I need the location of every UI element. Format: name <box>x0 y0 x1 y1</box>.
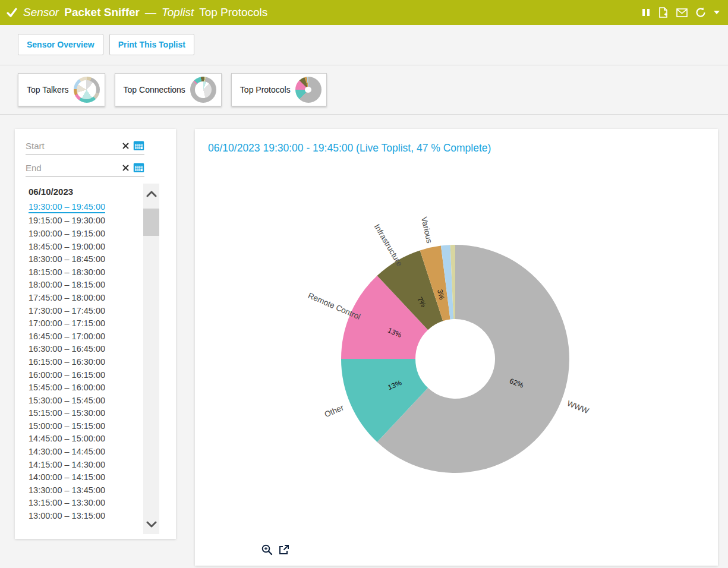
time-range-item[interactable]: 16:00:00 – 16:15:00 <box>29 368 105 381</box>
time-range-item[interactable]: 16:45:00 – 17:00:00 <box>29 330 105 343</box>
sensor-overview-button[interactable]: Sensor Overview <box>18 34 103 55</box>
breadcrumb: Sensor Packet Sniffer — Toplist Top Prot… <box>6 6 267 19</box>
time-range-item[interactable]: 13:15:00 – 13:30:00 <box>29 497 105 510</box>
print-toplist-button[interactable]: Print This Toplist <box>109 34 194 55</box>
time-range-item[interactable]: 16:15:00 – 16:30:00 <box>29 355 105 368</box>
time-range-item[interactable]: 17:30:00 – 17:45:00 <box>29 304 105 317</box>
scrollbar-thumb[interactable] <box>143 209 159 236</box>
tab-top-talkers[interactable]: Top Talkers <box>18 73 105 106</box>
protocol-donut-chart: 62%WWW13%Other13%Remote Control7%Infrast… <box>195 154 718 547</box>
open-external-icon[interactable] <box>278 544 289 556</box>
time-range-item[interactable]: 19:00:00 – 19:15:00 <box>29 227 105 240</box>
scroll-down-icon[interactable] <box>143 515 159 533</box>
time-range-item[interactable]: 14:45:00 – 15:00:00 <box>29 433 105 446</box>
sensor-header-bar: Sensor Packet Sniffer — Toplist Top Prot… <box>0 0 728 25</box>
toplist-chart-panel: 06/10/2023 19:30:00 - 19:45:00 (Live Top… <box>195 129 718 566</box>
tab-label: Top Talkers <box>27 85 69 94</box>
add-report-icon[interactable] <box>658 7 669 18</box>
toplist-tabs: Top Talkers Top Connections Top Protocol… <box>0 65 728 114</box>
ring-chart-icon <box>190 77 216 103</box>
toolbar: Sensor Overview Print This Toplist <box>0 25 728 65</box>
refresh-icon[interactable] <box>695 7 706 18</box>
time-range-item[interactable]: 18:45:00 – 19:00:00 <box>29 240 105 253</box>
sensor-name: Packet Sniffer <box>64 6 140 19</box>
tab-label: Top Connections <box>124 85 185 94</box>
scrollbar[interactable] <box>143 184 159 534</box>
time-range-item[interactable]: 15:00:00 – 15:15:00 <box>29 419 105 433</box>
time-range-item[interactable]: 13:00:00 – 13:15:00 <box>29 509 105 522</box>
end-date-input[interactable] <box>26 163 122 173</box>
refresh-dropdown-caret-icon[interactable] <box>714 11 720 15</box>
segment-name-label: Remote Control <box>307 291 362 321</box>
status-check-icon <box>6 7 18 18</box>
scroll-up-icon[interactable] <box>143 185 159 203</box>
tab-top-protocols[interactable]: Top Protocols <box>231 73 327 106</box>
time-range-item[interactable]: 13:30:00 – 13:45:00 <box>29 484 105 497</box>
time-range-item[interactable]: 15:30:00 – 15:45:00 <box>29 394 105 407</box>
time-range-item[interactable]: 16:30:00 – 16:45:00 <box>29 343 105 356</box>
time-range-item[interactable]: 17:45:00 – 18:00:00 <box>29 291 105 304</box>
time-range-item[interactable]: 17:00:00 – 17:15:00 <box>29 317 105 330</box>
time-range-item[interactable]: 15:15:00 – 15:30:00 <box>29 407 105 420</box>
page-title: Top Protocols <box>199 6 267 19</box>
segment-name-label: Other <box>323 403 345 419</box>
breadcrumb-dash: — <box>145 6 156 19</box>
start-date-input[interactable] <box>26 141 122 151</box>
time-range-item[interactable]: 19:15:00 – 19:30:00 <box>29 214 105 228</box>
donut-chart-icon <box>295 77 322 103</box>
calendar-icon[interactable] <box>133 140 144 151</box>
time-range-item[interactable]: 14:00:00 – 14:15:00 <box>29 471 105 484</box>
segment-name-label: WWW <box>566 399 590 415</box>
chord-diagram-icon <box>74 77 100 103</box>
segment-name-label: Infrastructure <box>373 223 404 268</box>
context-label: Toplist <box>162 6 194 19</box>
entity-type-label: Sensor <box>23 6 59 19</box>
time-range-item[interactable]: 18:30:00 – 18:45:00 <box>29 253 105 266</box>
clear-end-icon[interactable] <box>122 165 129 171</box>
calendar-icon[interactable] <box>133 162 144 173</box>
clear-start-icon[interactable] <box>122 143 129 149</box>
segment-name-label: Various <box>420 216 434 244</box>
time-range-item[interactable]: 14:30:00 – 14:45:00 <box>29 445 105 458</box>
time-filter-panel: 06/10/2023 19:30:00 – 19:45:0019:15:00 –… <box>15 129 176 539</box>
chart-actions <box>261 544 289 556</box>
toplist-title: 06/10/2023 19:30:00 - 19:45:00 (Live Top… <box>208 142 718 154</box>
tab-top-connections[interactable]: Top Connections <box>115 73 222 106</box>
zoom-in-icon[interactable] <box>261 544 273 556</box>
tab-label: Top Protocols <box>240 85 291 94</box>
time-range-item[interactable]: 14:15:00 – 14:30:00 <box>29 458 105 471</box>
pause-icon[interactable] <box>642 8 650 17</box>
time-range-item[interactable]: 18:00:00 – 18:15:00 <box>29 279 105 292</box>
start-date-row <box>26 138 144 155</box>
time-range-item[interactable]: 18:15:00 – 18:30:00 <box>29 266 105 279</box>
time-range-item[interactable]: 19:30:00 – 19:45:00 <box>29 200 105 213</box>
content: 06/10/2023 19:30:00 – 19:45:0019:15:00 –… <box>0 115 728 566</box>
time-range-item[interactable]: 15:45:00 – 16:00:00 <box>29 381 105 394</box>
email-icon[interactable] <box>676 8 688 17</box>
end-date-row <box>26 160 144 177</box>
